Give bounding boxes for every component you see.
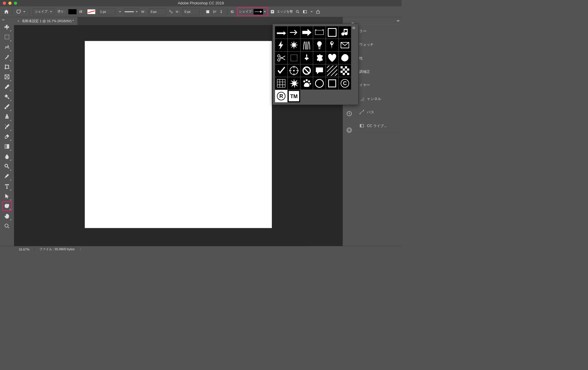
shape-arrow-open[interactable] (288, 26, 300, 38)
shape-paw[interactable] (300, 77, 313, 89)
shape-checker[interactable] (339, 64, 351, 77)
canvas[interactable] (85, 41, 272, 228)
zoom-level[interactable]: 16.67% (19, 248, 29, 251)
shape-target[interactable] (288, 64, 300, 77)
shape-scissors[interactable] (275, 52, 287, 64)
eraser-tool[interactable] (2, 132, 12, 141)
chevron-right-icon[interactable]: 〉 (80, 247, 83, 251)
gear-icon[interactable] (352, 26, 356, 30)
shape-star-burst[interactable] (288, 77, 300, 89)
panel-paths[interactable]: パス (356, 105, 402, 119)
current-tool-indicator[interactable] (15, 9, 27, 14)
shape-pin[interactable] (326, 39, 338, 51)
close-window-icon[interactable] (3, 1, 6, 5)
stroke-style-select[interactable] (124, 8, 138, 15)
zoom-tool[interactable] (2, 221, 12, 231)
close-tab-icon[interactable]: × (17, 19, 19, 23)
shape-arrow-thin[interactable] (275, 26, 287, 38)
style-icon[interactable]: S (346, 127, 352, 133)
workspace-icon[interactable] (303, 9, 307, 14)
fill-swatch[interactable] (68, 9, 77, 14)
shape-speech[interactable] (313, 64, 325, 77)
marquee-tool[interactable] (2, 32, 12, 42)
shape-tm[interactable]: TM (288, 90, 300, 102)
collapse-icon[interactable]: ◂◂ (397, 19, 399, 22)
shape-picker-button[interactable]: シェイプ : (237, 7, 268, 16)
hand-tool[interactable] (2, 211, 12, 221)
lasso-tool[interactable] (2, 42, 12, 52)
stroke-width-field[interactable]: 1 px (98, 8, 115, 15)
history-brush-tool[interactable] (2, 122, 12, 131)
panel-swatches[interactable]: ウォッチ (356, 38, 402, 51)
blur-tool[interactable] (2, 151, 12, 161)
svg-point-20 (293, 70, 295, 71)
panel-layers[interactable]: イヤー (356, 78, 402, 92)
pen-tool[interactable] (2, 172, 12, 181)
eyedropper-tool[interactable] (2, 82, 12, 91)
width-field[interactable]: 0 px (149, 8, 166, 15)
brush-tool[interactable] (2, 102, 12, 112)
frame-tool[interactable] (2, 72, 12, 82)
panel-adjustments[interactable]: 調補正 (356, 65, 402, 78)
custom-shape-tool[interactable] (2, 201, 12, 211)
stamp-tool[interactable] (2, 112, 12, 121)
path-ops-icon[interactable] (206, 9, 210, 14)
file-info[interactable]: ファイル : 95.8M/0 bytes (39, 247, 75, 251)
align-icon[interactable] (213, 9, 217, 14)
svg-point-8 (5, 164, 8, 167)
resize-grip-icon[interactable] (359, 96, 364, 101)
shape-envelope[interactable] (339, 39, 351, 51)
shape-banner[interactable] (313, 26, 325, 38)
stroke-swatch[interactable] (87, 9, 96, 14)
chevron-down-icon[interactable] (119, 10, 122, 13)
search-icon[interactable] (295, 9, 300, 14)
shape-puzzle[interactable] (313, 52, 325, 64)
shape-no[interactable] (300, 64, 313, 77)
minimize-window-icon[interactable] (8, 1, 12, 5)
healing-tool[interactable] (2, 92, 12, 102)
shape-grass[interactable] (300, 39, 313, 51)
shape-heart[interactable] (326, 52, 338, 64)
panel-cc-libraries[interactable]: CC ライブ... (356, 119, 402, 132)
align-edges-checkbox[interactable] (271, 10, 274, 13)
link-icon[interactable] (169, 9, 173, 14)
height-field[interactable]: 0 px (183, 8, 200, 15)
share-icon[interactable] (316, 9, 320, 14)
shape-bolt[interactable] (275, 39, 287, 51)
shape-square-o[interactable] (326, 77, 338, 89)
shape-stamp[interactable] (288, 52, 300, 64)
shape-arrow-block[interactable] (300, 26, 313, 38)
shape-frame[interactable] (326, 26, 338, 38)
shape-blob[interactable] (339, 52, 351, 64)
move-tool[interactable] (2, 22, 12, 32)
mode-select[interactable]: シェイプ (33, 8, 54, 15)
shape-circle-o[interactable] (313, 77, 325, 89)
shape-hatch[interactable] (326, 64, 338, 77)
arrange-icon[interactable] (220, 9, 224, 14)
shape-copyright[interactable]: C (339, 77, 351, 89)
dodge-tool[interactable] (2, 162, 12, 171)
shape-grid[interactable] (275, 77, 287, 89)
panel-properties[interactable]: 性 (356, 51, 402, 65)
gradient-tool[interactable] (2, 142, 12, 151)
shape-music-note[interactable] (339, 26, 351, 38)
document-tab[interactable]: × 名称未設定 1 @ 16.7% (RGB/8#) * (14, 17, 78, 25)
shape-burst[interactable] (288, 39, 300, 51)
crop-tool[interactable] (2, 62, 12, 72)
shape-check[interactable] (275, 64, 287, 77)
shape-registered[interactable]: R (275, 90, 287, 102)
shape-fleur[interactable] (300, 52, 313, 64)
shape-bulb[interactable] (313, 39, 325, 51)
magic-wand-tool[interactable] (2, 52, 12, 62)
path-select-tool[interactable] (2, 191, 12, 201)
expand-tools-icon[interactable]: ▸▸ (1, 18, 6, 21)
type-tool[interactable] (2, 182, 12, 191)
panel-channels[interactable]: ャンネル (356, 92, 402, 105)
height-label: H : (176, 10, 180, 13)
maximize-window-icon[interactable] (14, 1, 17, 5)
home-icon[interactable] (3, 9, 9, 14)
gear-icon[interactable] (230, 9, 235, 14)
chevron-down-icon[interactable] (310, 10, 313, 13)
panel-color[interactable]: ラー (356, 24, 402, 38)
history-icon[interactable] (346, 111, 352, 117)
